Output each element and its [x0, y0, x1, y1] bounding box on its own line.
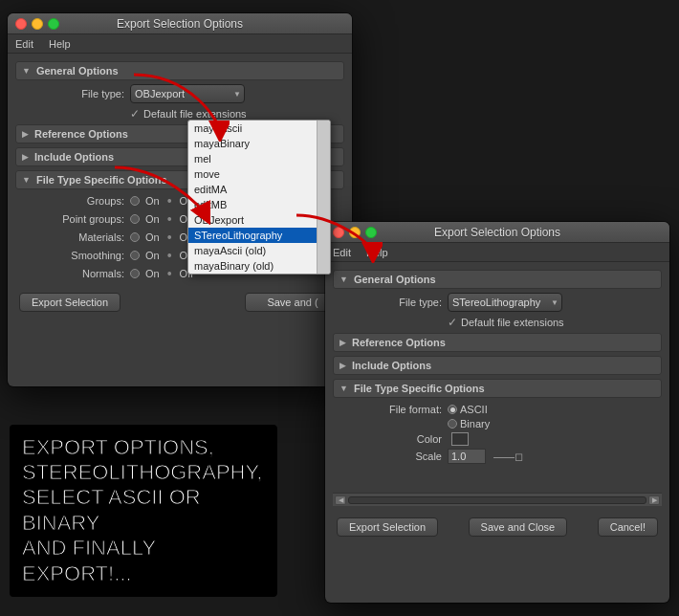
section-include-2[interactable]: ▶ Include Options	[333, 356, 662, 375]
checkmark-2: ✓	[448, 316, 457, 329]
smoothing-on-radio[interactable]	[130, 251, 140, 260]
binary-row: Binary	[333, 418, 662, 429]
groups-on-radio[interactable]	[130, 196, 140, 206]
text-line-2: Stereolithography,	[22, 460, 262, 484]
minimize-button-1[interactable]	[32, 18, 43, 30]
menu-edit-1[interactable]: Edit	[15, 38, 33, 50]
window-title-2: Export Selection Options	[434, 226, 560, 239]
default-ext-row-1: ✓ Default file extensions	[15, 107, 344, 121]
section-reference-label-2: Reference Options	[352, 337, 446, 348]
materials-onoff: On • Off	[130, 230, 193, 245]
dropdown-item-mel[interactable]: mel	[188, 151, 330, 166]
section-general-label-2: General Options	[354, 274, 436, 285]
file-format-radio-group: ASCII	[448, 404, 488, 415]
text-line-4: and finally Export!...	[22, 536, 156, 584]
pointgroups-label: Point groups:	[19, 213, 124, 225]
maximize-button-2[interactable]	[365, 227, 377, 238]
color-row: Color	[333, 432, 662, 446]
triangle-filetype-2: ▼	[340, 384, 348, 393]
color-swatch[interactable]	[451, 432, 469, 446]
dropdown-item-mayaBinary[interactable]: mayaBinary	[188, 136, 330, 151]
export-selection-button-1[interactable]: Export Selection	[19, 293, 120, 312]
materials-on-radio[interactable]	[130, 232, 140, 242]
section-general-label-1: General Options	[36, 65, 119, 77]
binary-radio[interactable]	[448, 419, 457, 429]
section-general-2[interactable]: ▼ General Options	[333, 270, 662, 289]
file-type-label-1: File type:	[19, 88, 124, 99]
groups-label: Groups:	[19, 195, 124, 207]
smoothing-label: Smoothing:	[19, 250, 124, 261]
triangle-include-2: ▶	[340, 361, 346, 370]
menu-help-1[interactable]: Help	[49, 38, 71, 50]
menubar-1: Edit Help	[8, 34, 352, 54]
scroll-left-btn[interactable]: ◀	[335, 495, 346, 505]
section-reference-label-1: Reference Options	[34, 128, 128, 140]
section-include-label-1: Include Options	[34, 151, 114, 163]
section-filetype-2[interactable]: ▼ File Type Specific Options	[333, 379, 662, 398]
section-general-1[interactable]: ▼ General Options	[15, 61, 344, 80]
button-row-1: Export Selection Save and (	[15, 285, 344, 316]
ascii-radio[interactable]	[448, 405, 457, 414]
binary-radio-item[interactable]: Binary	[448, 418, 490, 429]
file-type-dropdown[interactable]: mayaAscii mayaBinary mel move editMA edi…	[187, 120, 331, 275]
scroll-track[interactable]	[348, 496, 646, 504]
triangle-include-1: ▶	[22, 152, 29, 162]
normals-on-radio[interactable]	[130, 269, 140, 278]
text-line-1: Export Options,	[22, 435, 214, 459]
binary-label: Binary	[460, 418, 490, 429]
titlebar-2: Export Selection Options	[325, 222, 669, 243]
dropdown-scrollbar[interactable]	[317, 121, 330, 274]
dropdown-item-editMB[interactable]: editMB	[188, 197, 330, 212]
traffic-lights-2[interactable]	[333, 227, 377, 238]
close-button-1[interactable]	[15, 18, 27, 30]
groups-onoff: On • Off	[130, 193, 193, 209]
dropdown-item-editMA[interactable]: editMA	[188, 182, 330, 197]
scale-label: Scale	[337, 451, 442, 462]
traffic-lights-1[interactable]	[15, 18, 59, 30]
dropdown-item-stereo[interactable]: STereoLithography	[188, 228, 330, 243]
minimize-button-2[interactable]	[349, 227, 361, 238]
file-type-row-1: File type: OBJexport ▼	[15, 84, 344, 103]
export-selection-button-2[interactable]: Export Selection	[337, 517, 438, 537]
dropdown-item-mayaAscii[interactable]: mayaAscii	[188, 121, 330, 136]
section-reference-2[interactable]: ▶ Reference Options	[333, 333, 662, 352]
dropdown-item-mayaAscii-old[interactable]: mayaAscii (old)	[188, 243, 330, 258]
file-type-select-wrapper-1[interactable]: OBJexport ▼	[130, 84, 245, 103]
pointgroups-onoff: On • Off	[130, 211, 193, 227]
section-include-label-2: Include Options	[352, 360, 431, 371]
checkmark-1: ✓	[130, 107, 140, 121]
file-type-select-1[interactable]: OBJexport	[130, 84, 245, 103]
file-type-label-2: File type:	[337, 297, 442, 308]
normals-onoff: On • Off	[130, 266, 193, 281]
scroll-right-btn[interactable]: ▶	[648, 495, 660, 505]
default-ext-label-1: ✓ Default file extensions	[130, 107, 247, 121]
triangle-general-2: ▼	[340, 275, 348, 284]
ascii-radio-item[interactable]: ASCII	[448, 404, 488, 415]
text-line-3: Select ASCII or Binary	[22, 485, 201, 534]
default-ext-row-2: ✓ Default file extensions	[333, 316, 662, 329]
scale-input[interactable]	[448, 449, 486, 464]
triangle-reference-1: ▶	[22, 129, 29, 139]
triangle-general-1: ▼	[22, 66, 31, 76]
pointgroups-on-radio[interactable]	[130, 214, 140, 224]
file-type-row-2: File type: STereoLithography ▼	[333, 293, 662, 312]
close-button-2[interactable]	[333, 227, 344, 238]
maximize-button-1[interactable]	[48, 18, 59, 30]
file-format-row: File format: ASCII	[333, 404, 662, 415]
save-close-button-2[interactable]: Save and Close	[469, 517, 568, 537]
window-2: Export Selection Options Edit Help ▼ Gen…	[325, 222, 669, 603]
menu-edit-2[interactable]: Edit	[333, 247, 351, 258]
file-type-select-wrapper-2[interactable]: STereoLithography ▼	[448, 293, 562, 312]
dropdown-item-move[interactable]: move	[188, 166, 330, 182]
menu-help-2[interactable]: Help	[366, 247, 388, 258]
file-type-select-2[interactable]: STereoLithography	[448, 293, 562, 312]
file-format-label: File format:	[337, 404, 442, 415]
normals-label: Normals:	[19, 268, 124, 279]
h-scrollbar[interactable]: ◀ ▶	[333, 493, 662, 506]
window-content-2: ▼ General Options File type: STereoLitho…	[325, 262, 669, 548]
window-title-1: Export Selection Options	[117, 17, 243, 31]
dropdown-item-mayaBinary-old[interactable]: mayaBinary (old)	[188, 258, 330, 274]
cancel-button-2[interactable]: Cancel!	[598, 517, 658, 537]
section-filetype-label-2: File Type Specific Options	[354, 383, 485, 394]
dropdown-item-OBJexport[interactable]: OBJexport	[188, 212, 330, 228]
